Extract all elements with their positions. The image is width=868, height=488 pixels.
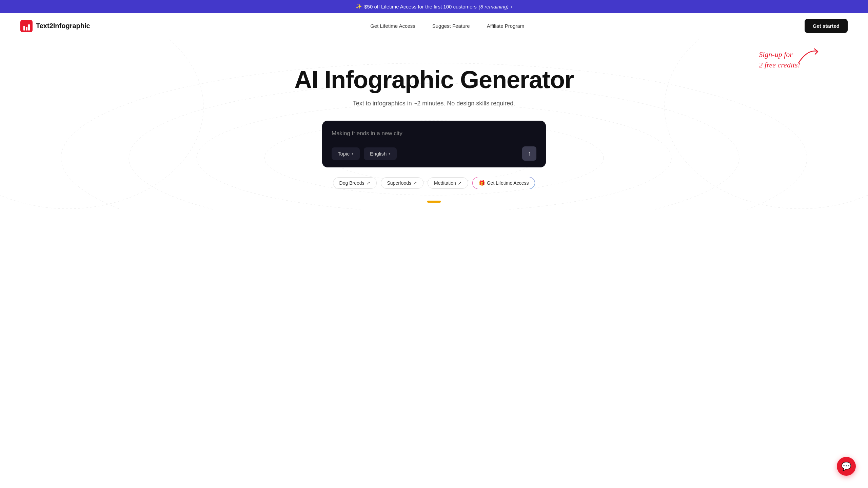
nav-link-affiliate[interactable]: Affiliate Program [487,23,525,29]
chip-meditation-label: Meditation [434,180,456,186]
lifetime-chip-icon: 🎁 [479,180,485,186]
annotation-line2: 2 free credits! [759,61,800,69]
input-box: Making friends in a new city Topic ▾ Eng… [322,121,546,167]
topic-label: Topic [338,151,350,157]
example-chips: Dog Breeds ↗ Superfoods ↗ Meditation ↗ 🎁… [7,177,861,189]
language-chevron-icon: ▾ [389,151,391,156]
annotation-line1: Sign-up for [759,50,793,59]
language-label: English [370,151,387,157]
signup-annotation: Sign-up for 2 free credits! [759,49,800,70]
chip-meditation[interactable]: Meditation ↗ [428,177,468,189]
announcement-italic: (8 remaining) [479,4,509,9]
chip-dog-breeds-icon: ↗ [366,180,370,186]
logo-icon [20,20,33,32]
annotation-arrow [797,46,821,66]
lifetime-chip-label: Get Lifetime Access [487,180,529,186]
chip-dog-breeds-label: Dog Breeds [339,180,364,186]
logo-link[interactable]: Text2Infographic [20,20,90,32]
input-controls: Topic ▾ English ▾ ↑ [332,146,536,161]
input-placeholder: Making friends in a new city [332,130,536,138]
chat-button[interactable]: 💬 [837,457,856,476]
submit-arrow-icon: ↑ [528,150,531,157]
chip-superfoods[interactable]: Superfoods ↗ [381,177,424,189]
hero-content: AI Infographic Generator Text to infogra… [7,66,861,189]
nav-link-lifetime[interactable]: Get Lifetime Access [370,23,415,29]
nav-link-suggest[interactable]: Suggest Feature [432,23,470,29]
input-dropdowns: Topic ▾ English ▾ [332,147,397,160]
language-dropdown[interactable]: English ▾ [364,147,397,160]
topic-chevron-icon: ▾ [352,151,354,156]
chip-superfoods-label: Superfoods [387,180,412,186]
logo-text: Text2Infographic [36,22,90,30]
announcement-bar[interactable]: ✨ $50 off Lifetime Access for the first … [0,0,868,13]
submit-button[interactable]: ↑ [522,146,536,161]
nav-links: Get Lifetime Access Suggest Feature Affi… [370,23,524,29]
chip-lifetime-access[interactable]: 🎁 Get Lifetime Access [472,177,535,189]
chip-dog-breeds[interactable]: Dog Breeds ↗ [333,177,377,189]
hero-section: Sign-up for 2 free credits! AI Infograph… [0,39,868,209]
chip-meditation-icon: ↗ [458,180,462,186]
announcement-text: $50 off Lifetime Access for the first 10… [364,4,477,9]
announcement-emoji: ✨ [356,3,362,9]
chat-icon: 💬 [841,462,851,471]
navbar: Text2Infographic Get Lifetime Access Sug… [0,13,868,39]
chip-superfoods-icon: ↗ [413,180,417,186]
scroll-indicator [427,201,441,203]
topic-dropdown[interactable]: Topic ▾ [332,147,360,160]
hero-subtitle: Text to infographics in ~2 minutes. No d… [7,100,861,107]
announcement-chevron: › [511,4,512,9]
hero-title: AI Infographic Generator [7,66,861,93]
get-started-button[interactable]: Get started [805,19,848,33]
